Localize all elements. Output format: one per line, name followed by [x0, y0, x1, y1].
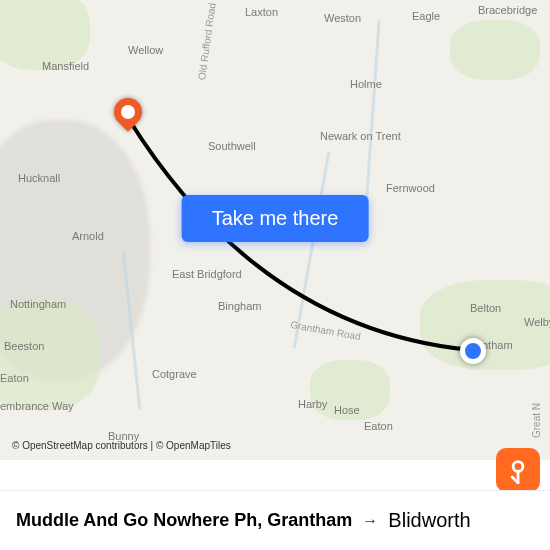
map-attribution: © OpenStreetMap contributors | © OpenMap… — [12, 440, 231, 451]
place-label: Holme — [350, 78, 382, 90]
origin-marker[interactable] — [460, 338, 486, 364]
attribution-osm[interactable]: © OpenStreetMap contributors — [12, 440, 148, 451]
road-label: Grantham Road — [290, 319, 362, 342]
place-label: Bingham — [218, 300, 261, 312]
road-label: Great N — [531, 403, 542, 438]
place-label: Cotgrave — [152, 368, 197, 380]
route-origin-label: Muddle And Go Nowhere Ph, Grantham — [16, 510, 352, 531]
map-canvas[interactable]: MansfieldLaxtonWestonEagleBracebridgeWel… — [0, 0, 550, 460]
place-label: Weston — [324, 12, 361, 24]
destination-marker[interactable] — [108, 92, 148, 132]
place-label: Wellow — [128, 44, 163, 56]
place-label: Newark on Trent — [320, 130, 401, 142]
place-label: Southwell — [208, 140, 256, 152]
place-label: Bracebridge — [478, 4, 537, 16]
place-label: Fernwood — [386, 182, 435, 194]
route-summary-bar: Muddle And Go Nowhere Ph, Grantham → Bli… — [0, 490, 550, 550]
place-label: Eaton — [364, 420, 393, 432]
place-label: Eagle — [412, 10, 440, 22]
attribution-openmaptiles[interactable]: © OpenMapTiles — [156, 440, 231, 451]
place-label: Laxton — [245, 6, 278, 18]
road-label: Old Rufford Road — [196, 2, 218, 80]
arrow-icon: → — [362, 512, 378, 530]
place-label: East Bridgford — [172, 268, 242, 280]
moovit-logo[interactable] — [496, 448, 540, 492]
take-me-there-button[interactable]: Take me there — [182, 195, 369, 242]
route-destination-label: Blidworth — [388, 509, 470, 532]
